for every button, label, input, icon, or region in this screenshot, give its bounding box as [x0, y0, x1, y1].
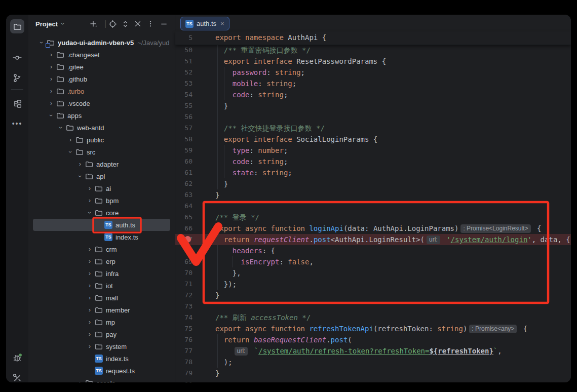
code-area[interactable]: 50 /** 重置密码接口参数 */51 export interface Re…: [175, 45, 571, 382]
tab-auth-ts[interactable]: TS auth.ts ×: [180, 17, 229, 30]
chevron-right-icon[interactable]: ›: [86, 246, 93, 253]
code-line-72[interactable]: 72}: [175, 290, 571, 301]
code-text[interactable]: headers: {: [215, 245, 275, 256]
code-text[interactable]: );: [215, 357, 233, 368]
chevron-right-icon[interactable]: ›: [76, 161, 84, 168]
code-line-55[interactable]: 55 }: [175, 100, 571, 111]
sticky-line[interactable]: 5export namespace AuthApi {: [175, 31, 571, 45]
tree-item-assets[interactable]: ›assets: [28, 377, 175, 382]
code-line-50[interactable]: 50 /** 重置密码接口参数 */: [175, 45, 571, 56]
line-number[interactable]: 60: [175, 156, 193, 167]
code-line-63[interactable]: 63}: [175, 189, 571, 201]
code-text[interactable]: password: string;: [215, 67, 305, 78]
tree-item-ai[interactable]: ›ai: [28, 182, 175, 194]
code-text[interactable]: state: string;: [215, 167, 292, 178]
chevron-down-icon[interactable]: ›: [76, 173, 84, 180]
project-panel-title[interactable]: Project: [35, 20, 58, 28]
code-line-77[interactable]: 77 url: `/system/auth/refresh-token?refr…: [175, 345, 571, 357]
code-line-54[interactable]: 54 code: string;: [175, 89, 571, 100]
chevron-right-icon[interactable]: ›: [67, 136, 74, 143]
more-tool-windows-icon[interactable]: •••: [10, 116, 24, 131]
expand-icon[interactable]: [121, 19, 130, 28]
code-text[interactable]: export interface SocialLoginParams {: [215, 134, 377, 145]
tree-item-auth.ts[interactable]: TSauth.ts: [28, 219, 175, 231]
code-text[interactable]: /** 登录 */: [215, 212, 259, 223]
line-number[interactable]: 52: [175, 67, 193, 78]
code-text[interactable]: }: [215, 189, 219, 201]
code-line-53[interactable]: 53 mobile: string;: [175, 78, 571, 89]
code-text[interactable]: url: `/system/auth/refresh-token?refresh…: [215, 345, 502, 357]
chevron-right-icon[interactable]: ›: [86, 294, 93, 301]
chevron-right-icon[interactable]: ›: [86, 331, 93, 338]
tree-item-iot[interactable]: ›iot: [28, 280, 175, 292]
chevron-down-icon[interactable]: ›: [38, 39, 45, 46]
locate-file-icon[interactable]: [108, 19, 117, 28]
line-number[interactable]: 53: [175, 78, 193, 89]
options-kebab-icon[interactable]: [146, 19, 155, 28]
tree-item-core[interactable]: ›core: [28, 207, 175, 219]
line-number[interactable]: 62: [175, 178, 193, 189]
add-icon[interactable]: [89, 19, 98, 28]
code-line-67[interactable]: 67 return requestClient.post<AuthApi.Log…: [175, 234, 571, 245]
close-tab-icon[interactable]: ×: [220, 20, 224, 27]
code-line-58[interactable]: 58 export interface SocialLoginParams {: [175, 134, 571, 145]
chevron-right-icon[interactable]: ›: [48, 88, 55, 95]
line-number[interactable]: 72: [175, 290, 193, 301]
code-text[interactable]: },: [215, 267, 241, 279]
tree-item-index.ts[interactable]: TSindex.ts: [28, 352, 175, 365]
chevron-right-icon[interactable]: ›: [48, 63, 55, 70]
chevron-down-icon[interactable]: ›: [48, 112, 55, 119]
code-line-76[interactable]: 76 return baseRequestClient.post(: [175, 334, 571, 345]
code-line-5[interactable]: 5export namespace AuthApi {: [175, 31, 571, 44]
line-number[interactable]: 64: [175, 201, 193, 212]
collapse-all-icon[interactable]: [133, 19, 142, 28]
code-line-51[interactable]: 51 export interface ResetPasswordParams …: [175, 56, 571, 67]
code-text[interactable]: }: [215, 368, 219, 379]
line-number[interactable]: 76: [175, 334, 193, 345]
tree-item-.changeset[interactable]: ›.changeset: [28, 49, 175, 61]
chevron-right-icon[interactable]: ›: [86, 319, 93, 326]
chevron-right-icon[interactable]: ›: [86, 185, 93, 192]
code-line-64[interactable]: 64: [175, 201, 571, 212]
line-number[interactable]: 50: [175, 45, 193, 56]
line-number[interactable]: 69: [175, 256, 193, 267]
line-number[interactable]: 80: [175, 379, 193, 382]
code-text[interactable]: mobile: string;: [215, 78, 296, 89]
chevron-down-icon[interactable]: ›: [67, 148, 74, 155]
code-line-61[interactable]: 61 state: string;: [175, 167, 571, 178]
tree-item-mall[interactable]: ›mall: [28, 292, 175, 304]
code-line-60[interactable]: 60 code: string;: [175, 156, 571, 167]
tree-item-pay[interactable]: ›pay: [28, 328, 175, 340]
chevron-right-icon[interactable]: ›: [76, 379, 84, 382]
tree-item-request.ts[interactable]: TSrequest.ts: [28, 365, 175, 377]
line-number[interactable]: 63: [175, 189, 193, 201]
code-text[interactable]: export async function refreshTokenApi(re…: [215, 323, 527, 334]
chevron-down-icon[interactable]: ›: [86, 209, 93, 216]
tree-item-bpm[interactable]: ›bpm: [28, 194, 175, 207]
line-number[interactable]: 66: [175, 223, 193, 234]
code-text[interactable]: type: number;: [215, 145, 288, 156]
debug-icon[interactable]: [10, 350, 24, 365]
code-line-68[interactable]: 68↑ headers: {: [175, 245, 571, 256]
tree-item-.gitee[interactable]: ›.gitee: [28, 61, 175, 73]
line-number[interactable]: 79: [175, 368, 193, 379]
code-text[interactable]: export async function loginApi(data: Aut…: [215, 223, 541, 234]
chevron-right-icon[interactable]: ›: [48, 100, 55, 107]
code-line-57[interactable]: 57 /** 社交快捷登录接口参数 */: [175, 123, 571, 134]
code-text[interactable]: code: string;: [215, 89, 288, 100]
code-text[interactable]: }: [215, 178, 228, 189]
code-text[interactable]: }: [215, 290, 219, 301]
chevron-right-icon[interactable]: ›: [86, 258, 93, 265]
tree-item-infra[interactable]: ›infra: [28, 267, 175, 280]
code-text[interactable]: }: [215, 100, 228, 111]
chevron-right-icon[interactable]: ›: [86, 270, 93, 277]
code-line-65[interactable]: 65/** 登录 */: [175, 212, 571, 223]
tree-item-api[interactable]: ›api: [28, 170, 175, 182]
line-number[interactable]: 65: [175, 212, 193, 223]
tree-item-public[interactable]: ›public: [28, 134, 175, 146]
code-text[interactable]: export namespace AuthApi {: [215, 31, 326, 44]
tree-item-apps[interactable]: ›apps: [28, 109, 175, 122]
tree-item-system[interactable]: ›system: [28, 340, 175, 352]
line-number[interactable]: 54: [175, 89, 193, 100]
tree-item-index.ts[interactable]: TSindex.ts: [28, 231, 175, 243]
